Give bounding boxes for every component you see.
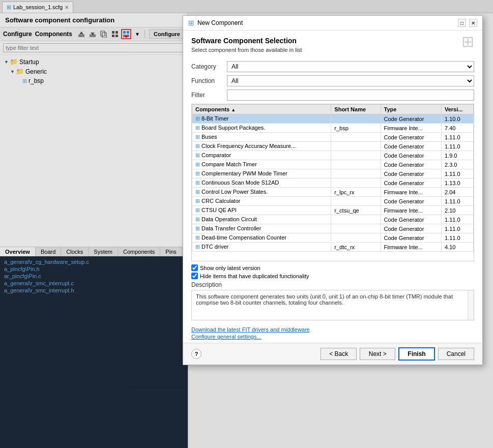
table-row[interactable]: ⊞8-Bit Timer Code Generator 1.10.0 [192,114,474,124]
dialog-links: Download the latest FIT drivers and midd… [183,324,482,343]
function-select[interactable]: All [227,75,474,86]
cell-version: 1.11.0 [441,197,473,206]
cell-type: Code Generator [381,114,441,124]
table-row[interactable]: ⊞Board Support Packages. r_bsp Firmware … [192,124,474,133]
cell-version: 7.40 [441,124,473,133]
dialog-header-title: Software Component Selection [191,37,474,45]
cell-name: ⊞Compare Match Timer [192,160,331,169]
filter-field[interactable] [227,89,474,101]
cell-name: ⊞Clock Frequency Accuracy Measure... [192,142,331,151]
cell-type: Firmware Inte... [381,206,441,215]
cell-version: 4.10 [441,243,473,252]
comp-icon: ⊞ [195,161,200,167]
table-row[interactable]: ⊞Dead-time Compensation Counter Code Gen… [192,233,474,243]
cell-short: r_lpc_rx [331,188,381,197]
cell-short [331,169,381,178]
dialog-title-text: New Component [197,19,455,26]
cell-type: Firmware Inte... [381,188,441,197]
cell-type: Firmware Inte... [381,243,441,252]
dialog-close-btn[interactable]: ✕ [469,19,477,27]
table-row[interactable]: ⊞Continuous Scan Mode S12AD Code Generat… [192,178,474,188]
cell-short [331,215,381,224]
cancel-button[interactable]: Cancel [438,348,474,360]
cell-version: 1.11.0 [441,233,473,243]
dialog-header: ⊞ Software Component Selection Select co… [183,31,482,57]
cell-type: Code Generator [381,160,441,169]
table-row[interactable]: ⊞CRC Calculator Code Generator 1.11.0 [192,197,474,206]
cell-short: r_ctsu_qe [331,206,381,215]
cell-type: Code Generator [381,224,441,233]
cell-type: Code Generator [381,197,441,206]
dialog-body: Category All Function All Filter [183,57,482,324]
table-row[interactable]: ⊞Data Operation Circuit Code Generator 1… [192,215,474,224]
cell-name: ⊞8-Bit Timer [192,114,331,124]
table-row[interactable]: ⊞Complementary PWM Mode Timer Code Gener… [192,169,474,178]
comp-icon: ⊞ [195,198,200,204]
cell-name: ⊞Continuous Scan Mode S12AD [192,178,331,188]
cell-name: ⊞Dead-time Compensation Counter [192,233,331,243]
cell-short: r_bsp [331,124,381,133]
hide-duplicates-checkbox[interactable] [191,273,198,279]
category-select[interactable]: All [227,61,474,72]
filter-row: Filter [191,89,474,101]
dialog-footer: ? < Back Next > Finish Cancel [183,343,482,365]
dialog-title-icon: ⊞ [188,19,194,27]
comp-icon: ⊞ [195,189,200,195]
configure-settings-link[interactable]: Configure general settings... [191,334,474,340]
comp-icon: ⊞ [195,225,200,231]
help-button[interactable]: ? [191,349,201,359]
function-row: Function All [191,75,474,86]
cell-version: 1.9.0 [441,151,473,160]
cell-short: r_dtc_rx [331,243,381,252]
table-row[interactable]: ⊞Buses Code Generator 1.11.0 [192,133,474,142]
description-scrollbar[interactable] [468,290,474,320]
cell-short [331,233,381,243]
comp-icon: ⊞ [195,207,200,213]
cell-name: ⊞Buses [192,133,331,142]
table-row[interactable]: ⊞Comparator Code Generator 1.9.0 [192,151,474,160]
cell-short [331,133,381,142]
cell-name: ⊞Complementary PWM Mode Timer [192,169,331,178]
cell-type: Code Generator [381,178,441,188]
table-row[interactable]: ⊞CTSU QE API r_ctsu_qe Firmware Inte... … [192,206,474,215]
back-button[interactable]: < Back [321,348,357,360]
description-box: This software component generates two un… [191,290,474,320]
comp-icon: ⊞ [195,125,200,131]
download-fit-link[interactable]: Download the latest FIT drivers and midd… [191,326,474,333]
cell-version: 1.11.0 [441,169,473,178]
show-latest-row: Show only latest version [191,264,474,271]
dialog-maximize-btn[interactable]: □ [458,19,466,27]
cell-version: 1.11.0 [441,142,473,151]
table-row[interactable]: ⊞Compare Match Timer Code Generator 2.3.… [192,160,474,169]
dialog-overlay: ⊞ New Component □ ✕ ⊞ Software Component… [0,0,493,448]
comp-icon: ⊞ [195,134,200,140]
new-component-dialog: ⊞ New Component □ ✕ ⊞ Software Component… [183,15,483,365]
cell-short [331,142,381,151]
table-row[interactable]: ⊞DTC driver r_dtc_rx Firmware Inte... 4.… [192,243,474,252]
dialog-grid-icon: ⊞ [461,33,474,50]
cell-short [331,197,381,206]
cell-version: 1.11.0 [441,133,473,142]
table-row[interactable]: ⊞Data Transfer Controller Code Generator… [192,224,474,233]
cell-short [331,151,381,160]
cell-name: ⊞DTC driver [192,243,331,252]
description-text: This software component generates two un… [196,293,453,306]
cell-version: 1.10.0 [441,114,473,124]
hide-duplicates-label: Hide items that have duplicated function… [200,273,309,279]
finish-button[interactable]: Finish [398,347,434,361]
table-row[interactable]: ⊞Clock Frequency Accuracy Measure... Cod… [192,142,474,151]
description-label: Description [191,281,474,288]
cell-name: ⊞CRC Calculator [192,197,331,206]
function-label: Function [191,77,227,84]
sort-arrow-components: ▲ [231,107,236,112]
comp-icon: ⊞ [195,143,200,149]
cell-name: ⊞Data Operation Circuit [192,215,331,224]
table-row[interactable]: ⊞Control Low Power States. r_lpc_rx Firm… [192,188,474,197]
col-version: Versi... [441,105,473,114]
cell-short [331,114,381,124]
show-latest-checkbox[interactable] [191,264,198,271]
next-button[interactable]: Next > [360,348,395,360]
comp-icon: ⊞ [195,152,200,158]
description-section: Description This software component gene… [191,281,474,320]
cell-type: Code Generator [381,142,441,151]
